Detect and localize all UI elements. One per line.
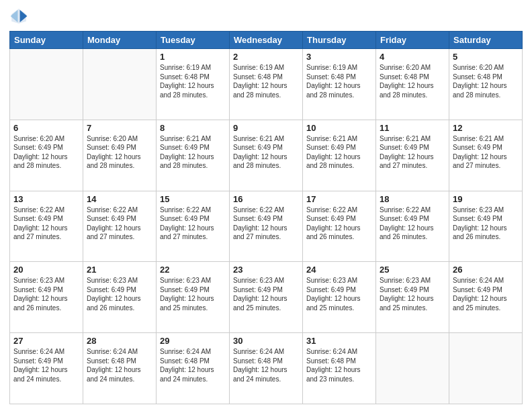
day-info: Sunrise: 6:21 AM Sunset: 6:49 PM Dayligh… (233, 134, 299, 171)
day-number: 2 (233, 52, 299, 62)
calendar-cell: 23Sunrise: 6:23 AM Sunset: 6:49 PM Dayli… (230, 262, 303, 333)
day-number: 15 (160, 194, 226, 204)
day-number: 20 (13, 265, 79, 275)
calendar-cell: 8Sunrise: 6:21 AM Sunset: 6:49 PM Daylig… (157, 120, 230, 191)
day-info: Sunrise: 6:21 AM Sunset: 6:49 PM Dayligh… (453, 134, 519, 171)
day-info: Sunrise: 6:19 AM Sunset: 6:48 PM Dayligh… (160, 63, 226, 99)
calendar-cell: 29Sunrise: 6:24 AM Sunset: 6:48 PM Dayli… (157, 333, 230, 404)
calendar-week-row: 1Sunrise: 6:19 AM Sunset: 6:48 PM Daylig… (10, 49, 523, 120)
day-number: 11 (380, 123, 445, 133)
day-number: 6 (13, 123, 79, 133)
day-info: Sunrise: 6:20 AM Sunset: 6:48 PM Dayligh… (453, 63, 519, 99)
calendar-cell: 1Sunrise: 6:19 AM Sunset: 6:48 PM Daylig… (157, 49, 230, 120)
day-number: 3 (306, 52, 372, 62)
day-number: 5 (453, 52, 519, 62)
col-header-friday: Friday (376, 32, 449, 49)
day-info: Sunrise: 6:24 AM Sunset: 6:49 PM Dayligh… (453, 276, 519, 312)
calendar-cell: 11Sunrise: 6:21 AM Sunset: 6:49 PM Dayli… (376, 120, 449, 191)
calendar-cell: 19Sunrise: 6:23 AM Sunset: 6:49 PM Dayli… (449, 191, 523, 262)
day-info: Sunrise: 6:23 AM Sunset: 6:49 PM Dayligh… (306, 276, 372, 312)
calendar-cell (10, 49, 83, 120)
day-info: Sunrise: 6:22 AM Sunset: 6:49 PM Dayligh… (380, 205, 445, 242)
day-number: 19 (453, 194, 519, 204)
calendar-cell (376, 333, 449, 404)
day-number: 27 (13, 336, 79, 346)
calendar-cell: 2Sunrise: 6:19 AM Sunset: 6:48 PM Daylig… (230, 49, 303, 120)
col-header-sunday: Sunday (10, 32, 83, 49)
day-number: 16 (233, 194, 299, 204)
calendar-cell: 10Sunrise: 6:21 AM Sunset: 6:49 PM Dayli… (303, 120, 376, 191)
col-header-monday: Monday (83, 32, 157, 49)
day-number: 9 (233, 123, 299, 133)
col-header-tuesday: Tuesday (157, 32, 230, 49)
calendar-cell: 15Sunrise: 6:22 AM Sunset: 6:49 PM Dayli… (157, 191, 230, 262)
day-info: Sunrise: 6:22 AM Sunset: 6:49 PM Dayligh… (160, 205, 226, 242)
col-header-saturday: Saturday (449, 32, 523, 49)
day-number: 17 (306, 194, 372, 204)
calendar-cell: 5Sunrise: 6:20 AM Sunset: 6:48 PM Daylig… (449, 49, 523, 120)
day-info: Sunrise: 6:21 AM Sunset: 6:49 PM Dayligh… (160, 134, 226, 171)
calendar-cell: 13Sunrise: 6:22 AM Sunset: 6:49 PM Dayli… (10, 191, 83, 262)
calendar-cell: 26Sunrise: 6:24 AM Sunset: 6:49 PM Dayli… (449, 262, 523, 333)
day-number: 23 (233, 265, 299, 275)
calendar: SundayMondayTuesdayWednesdayThursdayFrid… (9, 31, 523, 404)
day-number: 1 (160, 52, 226, 62)
day-info: Sunrise: 6:24 AM Sunset: 6:48 PM Dayligh… (306, 347, 372, 383)
day-info: Sunrise: 6:22 AM Sunset: 6:49 PM Dayligh… (306, 205, 372, 242)
logo (9, 7, 31, 26)
calendar-cell: 3Sunrise: 6:19 AM Sunset: 6:48 PM Daylig… (303, 49, 376, 120)
calendar-week-row: 6Sunrise: 6:20 AM Sunset: 6:49 PM Daylig… (10, 120, 523, 191)
day-number: 24 (306, 265, 372, 275)
calendar-cell: 16Sunrise: 6:22 AM Sunset: 6:49 PM Dayli… (230, 191, 303, 262)
day-info: Sunrise: 6:23 AM Sunset: 6:49 PM Dayligh… (160, 276, 226, 312)
calendar-cell: 31Sunrise: 6:24 AM Sunset: 6:48 PM Dayli… (303, 333, 376, 404)
day-number: 30 (233, 336, 299, 346)
day-number: 12 (453, 123, 519, 133)
calendar-week-row: 20Sunrise: 6:23 AM Sunset: 6:49 PM Dayli… (10, 262, 523, 333)
day-info: Sunrise: 6:24 AM Sunset: 6:48 PM Dayligh… (160, 347, 226, 383)
calendar-cell: 27Sunrise: 6:24 AM Sunset: 6:49 PM Dayli… (10, 333, 83, 404)
col-header-thursday: Thursday (303, 32, 376, 49)
day-info: Sunrise: 6:23 AM Sunset: 6:49 PM Dayligh… (13, 276, 79, 312)
day-number: 31 (306, 336, 372, 346)
calendar-cell: 18Sunrise: 6:22 AM Sunset: 6:49 PM Dayli… (376, 191, 449, 262)
day-info: Sunrise: 6:23 AM Sunset: 6:49 PM Dayligh… (233, 276, 299, 312)
calendar-cell: 4Sunrise: 6:20 AM Sunset: 6:48 PM Daylig… (376, 49, 449, 120)
col-header-wednesday: Wednesday (230, 32, 303, 49)
calendar-cell (449, 333, 523, 404)
day-info: Sunrise: 6:23 AM Sunset: 6:49 PM Dayligh… (453, 205, 519, 242)
calendar-cell: 24Sunrise: 6:23 AM Sunset: 6:49 PM Dayli… (303, 262, 376, 333)
day-info: Sunrise: 6:20 AM Sunset: 6:48 PM Dayligh… (380, 63, 445, 99)
day-info: Sunrise: 6:24 AM Sunset: 6:48 PM Dayligh… (87, 347, 152, 383)
calendar-cell: 9Sunrise: 6:21 AM Sunset: 6:49 PM Daylig… (230, 120, 303, 191)
day-number: 25 (380, 265, 445, 275)
calendar-cell: 7Sunrise: 6:20 AM Sunset: 6:49 PM Daylig… (83, 120, 157, 191)
day-number: 7 (87, 123, 152, 133)
calendar-cell: 17Sunrise: 6:22 AM Sunset: 6:49 PM Dayli… (303, 191, 376, 262)
day-number: 22 (160, 265, 226, 275)
day-number: 29 (160, 336, 226, 346)
day-info: Sunrise: 6:19 AM Sunset: 6:48 PM Dayligh… (306, 63, 372, 99)
day-info: Sunrise: 6:20 AM Sunset: 6:49 PM Dayligh… (87, 134, 152, 171)
calendar-cell: 12Sunrise: 6:21 AM Sunset: 6:49 PM Dayli… (449, 120, 523, 191)
day-info: Sunrise: 6:20 AM Sunset: 6:49 PM Dayligh… (13, 134, 79, 171)
day-info: Sunrise: 6:19 AM Sunset: 6:48 PM Dayligh… (233, 63, 299, 99)
calendar-cell: 6Sunrise: 6:20 AM Sunset: 6:49 PM Daylig… (10, 120, 83, 191)
calendar-cell (83, 49, 157, 120)
day-number: 21 (87, 265, 152, 275)
calendar-cell: 20Sunrise: 6:23 AM Sunset: 6:49 PM Dayli… (10, 262, 83, 333)
calendar-cell: 30Sunrise: 6:24 AM Sunset: 6:48 PM Dayli… (230, 333, 303, 404)
calendar-week-row: 13Sunrise: 6:22 AM Sunset: 6:49 PM Dayli… (10, 191, 523, 262)
calendar-cell: 14Sunrise: 6:22 AM Sunset: 6:49 PM Dayli… (83, 191, 157, 262)
day-info: Sunrise: 6:24 AM Sunset: 6:49 PM Dayligh… (13, 347, 79, 383)
day-number: 18 (380, 194, 445, 204)
day-number: 13 (13, 194, 79, 204)
day-number: 26 (453, 265, 519, 275)
day-number: 8 (160, 123, 226, 133)
day-info: Sunrise: 6:23 AM Sunset: 6:49 PM Dayligh… (380, 276, 445, 312)
day-number: 10 (306, 123, 372, 133)
logo-icon (9, 7, 28, 26)
calendar-cell: 21Sunrise: 6:23 AM Sunset: 6:49 PM Dayli… (83, 262, 157, 333)
day-number: 4 (380, 52, 445, 62)
calendar-cell: 22Sunrise: 6:23 AM Sunset: 6:49 PM Dayli… (157, 262, 230, 333)
